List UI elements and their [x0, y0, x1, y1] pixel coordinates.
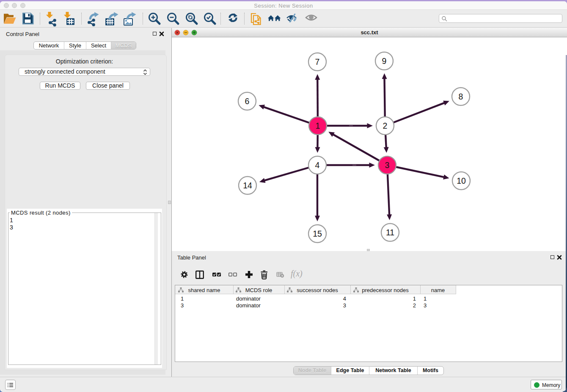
svg-text:10: 10	[457, 176, 466, 185]
svg-text:2: 2	[383, 121, 388, 130]
svg-text:15: 15	[313, 229, 322, 238]
svg-text:6: 6	[245, 97, 250, 106]
svg-text:9: 9	[382, 56, 387, 66]
svg-text:1: 1	[316, 121, 320, 130]
svg-text:4: 4	[315, 160, 320, 170]
svg-text:14: 14	[243, 181, 252, 190]
svg-text:8: 8	[459, 92, 463, 101]
svg-text:3: 3	[385, 160, 390, 170]
svg-text:7: 7	[315, 57, 320, 66]
svg-text:11: 11	[386, 228, 394, 237]
